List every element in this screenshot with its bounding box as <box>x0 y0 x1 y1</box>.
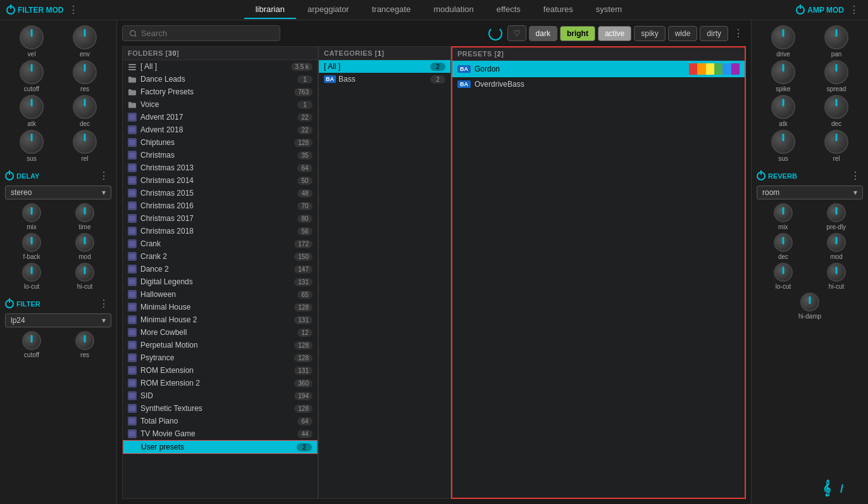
rel-knob[interactable] <box>73 130 97 154</box>
folder-item-perpetual-motion[interactable]: Perpetual Motion 128 <box>123 339 318 351</box>
delay-mix-knob[interactable] <box>22 203 41 222</box>
folder-item-synthetic-textures[interactable]: Synthetic Textures 128 <box>123 402 318 415</box>
tags-more-icon[interactable]: ⋮ <box>731 27 746 39</box>
folder-item-voice[interactable]: Voice 1 <box>123 98 318 111</box>
folder-item-christmas[interactable]: Christmas 35 <box>123 149 318 161</box>
reverb-predly-knob[interactable] <box>827 203 846 222</box>
delay-mod-knob[interactable] <box>75 233 94 252</box>
tag-spiky-button[interactable]: spiky <box>634 26 665 41</box>
amp-mod-menu-icon[interactable]: ⋮ <box>846 4 862 16</box>
folder-item-total-piano[interactable]: Total Piano 64 <box>123 415 318 427</box>
folder-item-dance-leads[interactable]: Dance Leads 1 <box>123 73 318 85</box>
tab-librarian[interactable]: librarian <box>244 1 296 19</box>
spike-knob[interactable] <box>771 60 795 84</box>
tag-dark-button[interactable]: dark <box>529 26 557 41</box>
tag-bright-button[interactable]: bright <box>560 26 595 41</box>
reverb-mod-knob[interactable] <box>827 233 846 252</box>
svg-rect-52 <box>129 406 135 411</box>
amp-mod-power-icon[interactable] <box>796 6 805 15</box>
reverb-menu-icon[interactable]: ⋮ <box>848 170 863 182</box>
delay-hicut-knob[interactable] <box>75 263 94 282</box>
folder-item-christmas2013[interactable]: Christmas 2013 64 <box>123 161 318 174</box>
folder-item-dance2[interactable]: Dance 2 147 <box>123 263 318 275</box>
tab-arpeggiator[interactable]: arpeggiator <box>296 1 361 19</box>
dec-right-knob[interactable] <box>824 95 848 119</box>
tag-dirty-button[interactable]: dirty <box>700 26 728 41</box>
folder-item-crank[interactable]: Crank 172 <box>123 237 318 250</box>
category-item-bass[interactable]: BA Bass 2 <box>319 73 450 85</box>
search-input[interactable] <box>141 28 273 38</box>
tab-features[interactable]: features <box>532 1 585 19</box>
folder-item-minimal-house2[interactable]: Minimal House 2 131 <box>123 313 318 326</box>
filter-menu-icon[interactable]: ⋮ <box>96 298 111 310</box>
atk-right-knob[interactable] <box>771 95 795 119</box>
folder-item-christmas2015[interactable]: Christmas 2015 48 <box>123 187 318 199</box>
rel-right-knob[interactable] <box>824 130 848 154</box>
reverb-power-icon[interactable] <box>757 172 766 180</box>
atk-knob[interactable] <box>20 95 44 119</box>
svg-rect-10 <box>129 140 135 145</box>
folder-item-advent2018[interactable]: Advent 2018 22 <box>123 123 318 136</box>
delay-fback-knob[interactable] <box>22 233 41 252</box>
filter-mod-menu-icon[interactable]: ⋮ <box>66 4 81 16</box>
reverb-mix-knob[interactable] <box>774 203 793 222</box>
preset-item-gordon[interactable]: BA Gordon <box>452 61 745 77</box>
sus-knob[interactable] <box>20 130 44 154</box>
dec-knob[interactable] <box>73 95 97 119</box>
folder-item-christmas2018[interactable]: Christmas 2018 56 <box>123 225 318 237</box>
favorites-button[interactable]: ♡ <box>507 25 526 41</box>
reverb-locut-knob[interactable] <box>774 263 793 282</box>
folder-item-digital-legends[interactable]: Digital Legends 131 <box>123 275 318 288</box>
drive-knob[interactable] <box>771 25 795 49</box>
folder-item-user-presets[interactable]: User presets 2 <box>123 440 318 454</box>
delay-menu-icon[interactable]: ⋮ <box>96 170 111 182</box>
delay-mode-dropdown[interactable]: stereo ▾ <box>5 186 111 199</box>
reverb-dec-knob[interactable] <box>774 233 793 252</box>
filter-res-knob[interactable] <box>75 331 94 350</box>
res-knob[interactable] <box>73 60 97 84</box>
reverb-mode-dropdown[interactable]: room ▾ <box>757 186 863 199</box>
sus-right-knob[interactable] <box>771 130 795 154</box>
preset-item-overdrivebass[interactable]: BA OverdriveBass <box>452 77 745 91</box>
reverb-hidamp-knob[interactable] <box>800 293 819 312</box>
knob-atk: atk <box>20 95 44 127</box>
folder-item-chiptunes[interactable]: Chiptunes 128 <box>123 136 318 149</box>
folder-item-more-cowbell[interactable]: More Cowbell 12 <box>123 326 318 339</box>
vel-knob[interactable] <box>20 25 44 49</box>
delay-power-icon[interactable] <box>5 172 14 180</box>
svg-rect-48 <box>129 381 135 386</box>
folder-item-christmas2016[interactable]: Christmas 2016 70 <box>123 199 318 212</box>
folder-item-christmas2014[interactable]: Christmas 2014 50 <box>123 174 318 187</box>
folder-item-halloween[interactable]: Halloween 65 <box>123 288 318 301</box>
folder-item-minimal-house[interactable]: Minimal House 128 <box>123 301 318 313</box>
filter-mode-dropdown[interactable]: lp24 ▾ <box>5 313 111 327</box>
filter-power-icon[interactable] <box>5 299 14 308</box>
folder-item-tv-movie-game[interactable]: TV Movie Game 44 <box>123 427 318 440</box>
filter-mod-power-icon[interactable] <box>6 6 15 15</box>
pan-knob[interactable] <box>824 25 848 49</box>
tab-modulation[interactable]: modulation <box>422 1 485 19</box>
delay-time-knob[interactable] <box>75 203 94 222</box>
folder-item-factory[interactable]: Factory Presets 763 <box>123 85 318 98</box>
top-nav: FILTER MOD ⋮ librarian arpeggiator tranc… <box>0 0 868 20</box>
tab-system[interactable]: system <box>585 1 633 19</box>
folder-item-rom-ext2[interactable]: ROM Extension 2 360 <box>123 377 318 389</box>
folder-item-crank2[interactable]: Crank 2 150 <box>123 250 318 263</box>
cutoff-knob[interactable] <box>20 60 44 84</box>
category-item-all[interactable]: [ All ] 2 <box>319 60 450 73</box>
tab-trancegate[interactable]: trancegate <box>361 1 422 19</box>
tab-effects[interactable]: effects <box>485 1 532 19</box>
folder-item-christmas2017[interactable]: Christmas 2017 80 <box>123 212 318 225</box>
env-knob[interactable] <box>73 25 97 49</box>
folder-item-advent2017[interactable]: Advent 2017 22 <box>123 111 318 123</box>
delay-locut-knob[interactable] <box>22 263 41 282</box>
tag-wide-button[interactable]: wide <box>668 26 698 41</box>
tag-active-button[interactable]: active <box>598 26 631 41</box>
folder-item-all[interactable]: [ All ] 3.5 k <box>123 60 318 73</box>
spread-knob[interactable] <box>824 60 848 84</box>
folder-item-rom-ext[interactable]: ROM Extension 131 <box>123 364 318 377</box>
reverb-hicut-knob[interactable] <box>827 263 846 282</box>
folder-item-sid[interactable]: SID 194 <box>123 389 318 402</box>
folder-item-psytrance[interactable]: Psytrance 128 <box>123 351 318 364</box>
filter-cutoff-knob[interactable] <box>22 331 41 350</box>
